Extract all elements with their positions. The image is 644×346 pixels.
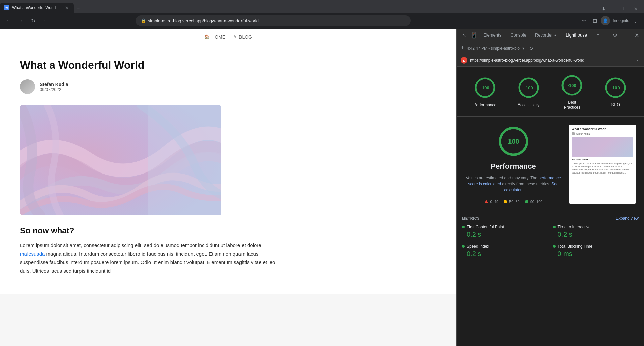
performance-detail-section: 100 Performance Values are estimated and… [457, 117, 644, 212]
author-date: 09/07/2022 [40, 87, 68, 92]
preview-body-text: Lorem ipsum dolor sit amet, consectetur … [572, 162, 633, 174]
restore-button[interactable]: ⬇ [600, 5, 608, 13]
article-title: What a Wonderful World [20, 59, 282, 71]
accessibility-gauge-sm: ·100 [517, 76, 541, 100]
range-green-icon [525, 200, 528, 203]
metric-si-value: 0.2 s [462, 250, 548, 258]
profile-button[interactable]: 👤 [601, 16, 610, 25]
metric-tbt: Total Blocking Time 0 ms [553, 244, 639, 258]
add-session-button[interactable]: + [461, 45, 464, 52]
minimize-button[interactable]: — [610, 5, 619, 13]
tab-close-button[interactable]: ✕ [64, 5, 70, 10]
body-text-1: Lorem ipsum dolor sit amet, consectetur … [20, 242, 261, 248]
range-red: 0–49 [484, 200, 498, 204]
tab-recorder[interactable]: Recorder ▲ [531, 29, 561, 42]
website-panel: 🏠 HOME ✎ BLOG What a Wonderful World Ste… [0, 29, 456, 346]
close-window-button[interactable]: ✕ [632, 5, 640, 13]
preview-author-name: Stefan Kudla [576, 133, 590, 135]
metric-tti-label: Time to Interactive [553, 225, 639, 229]
preview-section-heading: So now what? [572, 158, 633, 161]
score-ranges: 0–49 50–89 90–100 [484, 200, 543, 204]
range-orange-icon [504, 200, 507, 203]
home-button[interactable]: ⌂ [40, 16, 50, 25]
bookmark-button[interactable]: ☆ [579, 16, 589, 25]
metric-tti: Time to Interactive 0.2 s [553, 225, 639, 238]
devtools-settings-button[interactable]: ⚙ [610, 31, 620, 40]
preview-avatar [572, 132, 575, 135]
metrics-section: METRICS Expand view First Contentful Pai… [457, 212, 644, 263]
range-red-label: 0–49 [490, 200, 498, 204]
restore-window-button[interactable]: ❐ [621, 5, 629, 13]
avatar-image [20, 79, 35, 94]
devtools-inspect-button[interactable]: ↖ [459, 31, 469, 40]
performance-gauge-lg: 100 [497, 125, 530, 158]
tab-elements[interactable]: Elements [479, 29, 505, 42]
active-tab[interactable]: W What a Wonderful World ✕ [0, 3, 74, 13]
lighthouse-url-menu-button[interactable]: ⋮ [635, 58, 640, 63]
website-content: 🏠 HOME ✎ BLOG What a Wonderful World Ste… [0, 29, 456, 294]
address-bar: ← → ↻ ⌂ 🔒 simple-astro-blog.vercel.app/b… [0, 13, 644, 29]
url-text: simple-astro-blog.vercel.app/blog/what-a… [148, 18, 259, 23]
session-dropdown[interactable]: ▾ [522, 46, 524, 51]
best-practices-label-sm: Best Practices [564, 100, 580, 110]
perf-desc-2: directly from these metrics. [501, 182, 551, 186]
metric-fcp-indicator [462, 226, 465, 228]
svg-text:L: L [463, 59, 465, 62]
metric-tti-indicator [553, 226, 556, 228]
svg-text:·100: ·100 [524, 85, 533, 90]
address-input-bar[interactable]: 🔒 simple-astro-blog.vercel.app/blog/what… [136, 15, 411, 26]
extension-button[interactable]: ⊞ [590, 16, 599, 25]
preview-author-section: Stefan Kudla [572, 132, 633, 135]
tab-more[interactable]: » [593, 29, 603, 42]
score-accessibility-top: ·100 Accessibility [517, 76, 541, 107]
tab-lighthouse[interactable]: Lighthouse [561, 29, 591, 42]
devtools-close-button[interactable]: ✕ [632, 31, 641, 40]
devtools-toolbar-icons: ⚙ ⋮ ✕ [610, 31, 641, 40]
lighthouse-url-bar: L https://simple-astro-blog.vercel.app/b… [457, 54, 644, 67]
range-red-icon [484, 200, 488, 203]
score-best-practices-top: ·100 Best Practices [560, 73, 584, 110]
back-button[interactable]: ← [4, 16, 13, 25]
article-hero-image [20, 105, 221, 215]
reload-button[interactable]: ↻ [28, 16, 38, 25]
perf-desc-1: Values are estimated and may vary. The [466, 176, 538, 180]
best-practices-gauge-sm: ·100 [560, 73, 584, 97]
article: What a Wonderful World Stefan Kudla 09/0… [0, 45, 302, 294]
home-nav-link[interactable]: 🏠 HOME [204, 34, 225, 40]
page-preview-inner: What a Wonderful World Stefan Kudla So n… [569, 125, 636, 177]
page-preview: What a Wonderful World Stefan Kudla So n… [569, 125, 636, 204]
menu-button[interactable]: ⋮ [631, 16, 640, 25]
tbt-label-text: Total Blocking Time [558, 244, 592, 249]
blog-nav-link[interactable]: ✎ BLOG [233, 34, 252, 40]
reload-session-button[interactable]: ⟳ [530, 46, 534, 51]
metric-tti-value: 0.2 s [553, 231, 639, 238]
accessibility-label-sm: Accessibility [518, 102, 539, 107]
svg-text:100: 100 [508, 138, 519, 145]
lighthouse-url-text: https://simple-astro-blog.vercel.app/blo… [470, 58, 633, 63]
score-seo-top: ·100 SEO [603, 76, 628, 107]
perf-score-section: 100 Performance Values are estimated and… [465, 125, 562, 204]
blog-nav-icon: ✎ [233, 34, 237, 39]
author-avatar [20, 79, 35, 94]
si-label-text: Speed Index [467, 244, 489, 249]
window-controls: ⬇ — ❐ ✕ [596, 5, 644, 13]
blog-nav-label: BLOG [239, 34, 252, 40]
devtools-device-button[interactable]: 📱 [469, 31, 479, 40]
section-heading: So now what? [20, 226, 282, 235]
article-body: Lorem ipsum dolor sit amet, consectetur … [20, 241, 282, 275]
tab-console[interactable]: Console [506, 29, 530, 42]
forward-button[interactable]: → [16, 16, 25, 25]
new-tab-button[interactable]: + [74, 6, 83, 13]
svg-text:·100: ·100 [481, 85, 489, 90]
metric-si-indicator [462, 245, 465, 248]
svg-text:W: W [5, 6, 8, 9]
devtools-more-button[interactable]: ⋮ [621, 31, 631, 40]
recorder-icon: ▲ [553, 33, 557, 37]
lighthouse-toolbar: + 4:42:47 PM - simple-astro-blo ▾ ⟳ [457, 42, 644, 54]
browser-chrome: W What a Wonderful World ✕ + ⬇ — ❐ ✕ ← →… [0, 0, 644, 29]
range-green-label: 90–100 [530, 200, 543, 204]
malesuada-link[interactable]: malesuada [20, 251, 45, 257]
expand-view-button[interactable]: Expand view [616, 216, 639, 221]
incognito-label: Incognito [613, 18, 629, 23]
tab-favicon: W [4, 5, 9, 10]
